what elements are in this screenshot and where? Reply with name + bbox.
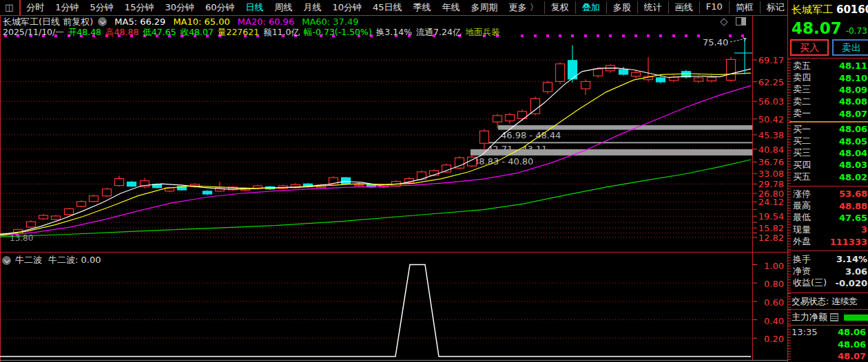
spread-divider: [789, 121, 868, 123]
period-tab-12[interactable]: 年线: [437, 1, 466, 14]
toolbar-action-2[interactable]: 多股: [606, 1, 637, 14]
info-item-5: 量227621: [218, 27, 259, 39]
period-tab-6[interactable]: 日线: [240, 1, 269, 14]
panel-divider: [788, 186, 868, 187]
trade-status-value: 连续竞: [831, 296, 858, 306]
bid-row[interactable]: 买一48.06: [788, 123, 868, 135]
level-price: 48.07: [839, 109, 867, 119]
indicator-axis-label-1: 0.80: [755, 279, 784, 289]
period-tab-0[interactable]: 分时: [21, 1, 50, 14]
period-tab-13[interactable]: 多周期: [466, 1, 504, 14]
period-tab-9[interactable]: 10分钟: [327, 1, 368, 14]
price-axis-label-12: 15.82: [755, 223, 784, 233]
annotations: 75.4013.80: [10, 37, 746, 243]
indicator-header: 牛二波 牛二波: 0.00: [2, 254, 101, 266]
indicator-axis-label-3: 0.40: [755, 316, 784, 326]
diamond-icon[interactable]: ◇: [720, 15, 728, 28]
panel-divider: [788, 309, 868, 310]
tdx-window: 46.98 - 48.4442.71 - 43.1138.83 - 40.807…: [0, 0, 868, 362]
stock-name: 长城军工: [792, 3, 833, 16]
ma-value-0: MA5: 66.29: [114, 17, 165, 27]
indicator-axis-label-0: 1.00: [755, 261, 784, 271]
ma-value-1: MA10: 65.00: [173, 17, 229, 27]
period-tab-5[interactable]: 60分钟: [200, 1, 240, 14]
period-tab-7[interactable]: 周线: [269, 1, 298, 14]
period-tab-1[interactable]: 1分钟: [50, 1, 84, 14]
stat-value: 48.88: [839, 201, 867, 211]
price-axis-label-7: 33.08: [755, 169, 784, 179]
period-tab-2[interactable]: 5分钟: [85, 1, 119, 14]
stat-value: 3.14%: [836, 254, 867, 264]
ask-levels: 卖五48.11卖四48.10卖三48.09卖二48.08卖一48.07: [788, 60, 868, 120]
time-sales-list: 13:3548.0648.0648.07: [792, 326, 866, 362]
period-tab-10[interactable]: 45日线: [367, 1, 408, 14]
stat-row: 最高48.88: [788, 200, 868, 211]
level-price: 48.10: [839, 73, 867, 83]
period-tab-4[interactable]: 30分钟: [159, 1, 200, 14]
info-item-9: 流通7.24亿: [416, 27, 461, 39]
ask-row[interactable]: 卖二48.08: [788, 96, 868, 107]
period-tab-11[interactable]: 季线: [408, 1, 437, 14]
period-tab-8[interactable]: 月线: [298, 1, 327, 14]
window-layout-icon[interactable]: ◫: [0, 0, 21, 15]
indicator-readout: 牛二波: 0.00: [48, 254, 101, 266]
last-price: 48.07: [792, 19, 842, 37]
ohlc-info-bar: 2025/11/10/一开48.48高48.88低47.65收48.07量227…: [3, 28, 504, 37]
toolbar-action-5[interactable]: F10: [699, 1, 729, 14]
price-gridlines: [1, 60, 757, 237]
buy-button[interactable]: 买入: [790, 39, 829, 56]
bid-row[interactable]: 买二48.05: [788, 135, 868, 147]
chevron-down-icon[interactable]: [98, 17, 107, 26]
main-force-label: 主力净额: [792, 311, 827, 323]
level-price: 48.03: [839, 160, 867, 170]
panel-divider: [788, 58, 868, 58]
stat-value: 3: [861, 224, 867, 235]
svg-text:75.40: 75.40: [703, 37, 728, 47]
price-axis-label-5: 40.84: [755, 145, 784, 155]
bid-row[interactable]: 买三48.04: [788, 147, 868, 159]
tick-row-0: 13:3548.06: [792, 326, 866, 339]
toolbar-action-1[interactable]: 叠加: [575, 1, 606, 14]
info-item-3: 低47.65: [143, 27, 176, 39]
ask-row[interactable]: 卖四48.10: [788, 72, 868, 83]
ask-row[interactable]: 卖一48.07: [788, 108, 868, 120]
main-force-row: 主力净额: [792, 311, 868, 323]
sell-button[interactable]: 卖出: [832, 39, 868, 56]
price-axis-label-10: 24.12: [755, 197, 784, 207]
toolbar-action-0[interactable]: 复权: [544, 1, 575, 14]
level-label: 卖四: [793, 72, 811, 84]
stat-label: 外盘: [793, 235, 811, 248]
stats-block-2: 换手3.14%净资3.06收益(三)-0.020: [788, 253, 868, 289]
chevron-down-icon[interactable]: [2, 256, 11, 265]
price-axis-label-11: 19.54: [755, 211, 784, 222]
toolbar-action-6[interactable]: 简框: [729, 1, 760, 14]
stat-row: 现量3: [788, 224, 868, 235]
price-axis-label-8: 29.78: [755, 179, 784, 189]
stat-label: 净资: [793, 265, 811, 277]
price-axis-label-0: 69.17: [755, 55, 784, 65]
bid-row[interactable]: 买四48.03: [788, 159, 868, 171]
price-row: 48.07-0.73 -1.: [792, 19, 868, 37]
period-tab-3[interactable]: 15分钟: [119, 1, 160, 14]
indicator-name[interactable]: 牛二波: [15, 254, 42, 266]
info-item-1: 开48.48: [68, 27, 101, 39]
split-window-icon[interactable]: [736, 17, 746, 25]
toolbar-action-3[interactable]: 统计: [637, 1, 668, 14]
ask-row[interactable]: 卖三48.09: [788, 84, 868, 96]
price-axis-label-13: 12.82: [755, 233, 784, 243]
list-icon[interactable]: [830, 313, 838, 321]
ask-row[interactable]: 卖五48.11: [788, 60, 868, 72]
toolbar-action-4[interactable]: 画线: [668, 1, 699, 14]
level-label: 卖三: [793, 83, 811, 96]
trade-buttons: 买入 卖出: [790, 39, 868, 56]
main-chart-canvas[interactable]: 46.98 - 48.4442.71 - 43.1138.83 - 40.807…: [0, 0, 787, 362]
candles[interactable]: [1, 45, 736, 236]
toolbar-action-7[interactable]: 标记: [760, 1, 791, 14]
bid-row[interactable]: 买五48.02: [788, 171, 868, 183]
level-label: 买五: [793, 171, 811, 183]
stat-value: 3.06: [845, 266, 867, 277]
info-item-7: 幅-0.73(-1.50%): [304, 27, 372, 39]
price-axis-label-1: 62.25: [755, 77, 784, 87]
level-price: 48.08: [839, 96, 867, 107]
period-tab-14[interactable]: 更多 〉: [504, 1, 544, 14]
